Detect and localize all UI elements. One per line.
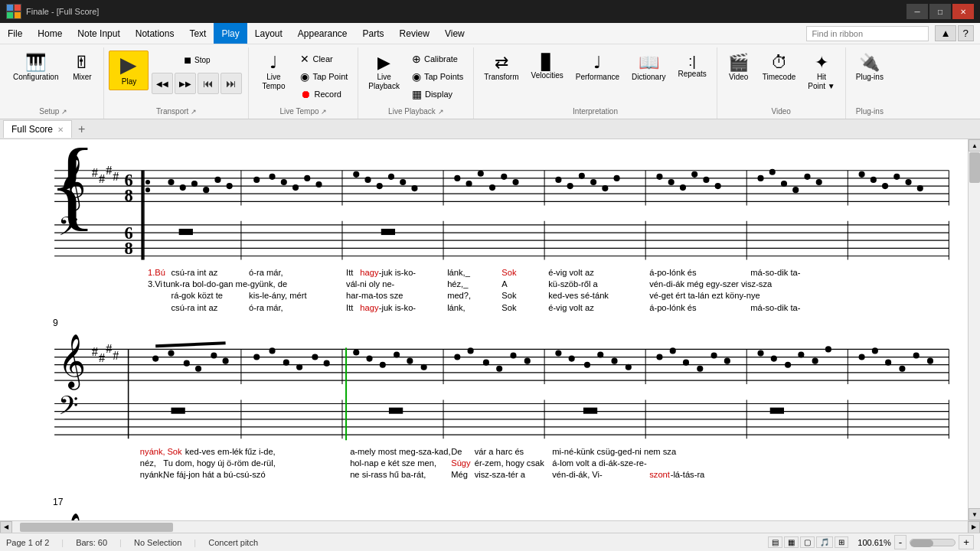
hit-point-label: HitPoint ▼: [808, 73, 835, 91]
svg-text:má-so-dik ta-: má-so-dik ta-: [750, 303, 800, 312]
video-button[interactable]: 🎬 Video: [722, 51, 756, 86]
score-tab-full-score[interactable]: Full Score ✕: [3, 120, 72, 138]
repeats-button[interactable]: :| Repeats: [672, 51, 711, 83]
svg-point-197: [670, 347, 676, 354]
ribbon-search-input[interactable]: [806, 26, 929, 41]
live-playback-expand-icon[interactable]: ↗: [438, 108, 444, 116]
svg-point-71: [579, 173, 585, 179]
svg-text:Ne fáj-jon hát a bú-csú-szó: Ne fáj-jon hát a bú-csú-szó: [163, 470, 265, 479]
velocities-button[interactable]: ▊ Velocities: [526, 51, 569, 84]
ribbon-content: 🎹 Configuration 🎚 Mixer Setup ↗: [0, 44, 980, 119]
display-button[interactable]: ▦ Display: [407, 86, 469, 103]
live-playback-button[interactable]: ▶ LivePlayback: [363, 51, 405, 95]
score-wrapper: Full Score ✕ +: [0, 119, 980, 551]
menu-text[interactable]: Text: [181, 23, 214, 44]
live-tempo-button[interactable]: ♩ LiveTempo: [253, 51, 293, 95]
close-button[interactable]: ✕: [952, 4, 974, 19]
system-3: 17 𝄞 # # # #: [53, 497, 949, 520]
svg-text:Sok: Sok: [501, 303, 517, 312]
ribbon-options-button[interactable]: ?: [958, 25, 974, 41]
h-scroll-thumb[interactable]: [20, 523, 173, 532]
svg-point-81: [757, 175, 763, 181]
menu-view[interactable]: View: [437, 23, 472, 44]
skip-fwd-button[interactable]: ⏭: [220, 73, 242, 94]
scroll-right-button[interactable]: ▶: [968, 521, 980, 533]
piano-icon: 🎹: [25, 54, 46, 71]
scroll-left-button[interactable]: ◀: [0, 521, 12, 533]
svg-point-75: [656, 174, 662, 180]
svg-point-166: [168, 350, 174, 356]
menu-play[interactable]: Play: [214, 23, 247, 44]
svg-text:Súgy: Súgy: [451, 458, 471, 468]
record-button[interactable]: ⏺ Record: [295, 86, 353, 103]
live-playback-content: ▶ LivePlayback ⊕ Calibrate ◉ Tap Points: [363, 47, 469, 106]
rewind-button[interactable]: ◀◀: [152, 73, 173, 94]
menu-appearance[interactable]: Appearance: [290, 23, 355, 44]
svg-text:ó-ra már,: ó-ra már,: [249, 303, 283, 312]
horizontal-scrollbar[interactable]: ◀ ▶: [0, 520, 980, 533]
vertical-scrollbar[interactable]: ▲ ▼: [968, 139, 980, 520]
configuration-button[interactable]: 🎹 Configuration: [8, 51, 64, 86]
menu-file[interactable]: File: [0, 23, 30, 44]
menu-home[interactable]: Home: [30, 23, 70, 44]
view-btn-3[interactable]: ▢: [800, 536, 815, 548]
zoom-out-button[interactable]: -: [894, 535, 906, 549]
maximize-button[interactable]: □: [929, 4, 951, 19]
view-btn-2[interactable]: ▦: [784, 536, 799, 548]
svg-point-84: [792, 187, 799, 193]
plugins-button[interactable]: 🔌 Plug-ins: [851, 51, 889, 86]
calibrate-label: Calibrate: [424, 54, 458, 64]
window-controls[interactable]: ─ □ ✕: [906, 4, 974, 19]
close-tab-icon[interactable]: ✕: [57, 126, 64, 134]
menu-layout[interactable]: Layout: [247, 23, 290, 44]
scroll-up-button[interactable]: ▲: [969, 139, 980, 152]
menu-note-input[interactable]: Note Input: [70, 23, 127, 44]
svg-point-59: [377, 183, 383, 189]
scroll-down-button[interactable]: ▼: [969, 508, 980, 520]
timecode-icon: ⏱: [771, 54, 788, 71]
hit-point-button[interactable]: ✦ HitPoint ▼: [802, 51, 840, 95]
dictionary-button[interactable]: 📖 Dictionary: [626, 51, 671, 86]
minimize-button[interactable]: ─: [906, 4, 928, 19]
live-tempo-expand-icon[interactable]: ↗: [321, 108, 327, 116]
svg-point-171: [253, 354, 260, 360]
performance-button[interactable]: ♩ Performance: [570, 51, 625, 86]
mixer-button[interactable]: 🎚 Mixer: [65, 51, 99, 86]
svg-text:hol-nap e két sze men,: hol-nap e két sze men,: [350, 458, 436, 468]
setup-expand-icon[interactable]: ↗: [61, 108, 67, 116]
view-btn-1[interactable]: ▤: [768, 536, 782, 548]
svg-text:tunk-ra bol-do-gan me-gyünk, d: tunk-ra bol-do-gan me-gyünk, de: [163, 279, 287, 289]
transform-button[interactable]: ⇄ Transform: [479, 51, 524, 86]
play-button[interactable]: ▶ Play: [109, 51, 149, 90]
selection-indicator: No Selection: [134, 538, 181, 547]
zoom-slider-thumb[interactable]: [910, 540, 933, 547]
skip-back-button[interactable]: ⏮: [198, 73, 219, 94]
treble-staff-1: { 𝄞 𝄢 # # # # 6 8 6: [48, 139, 949, 312]
calibrate-button[interactable]: ⊕ Calibrate: [407, 51, 469, 67]
timecode-button[interactable]: ⏱ Timecode: [757, 51, 802, 86]
system-2: 9 𝄞: [53, 318, 949, 479]
view-btn-5[interactable]: ⊞: [835, 536, 848, 548]
menu-notations[interactable]: Notations: [128, 23, 182, 44]
tap-points-button[interactable]: ◉ Tap Points: [407, 68, 469, 85]
svg-text:med?,: med?,: [447, 291, 471, 300]
repeats-label: Repeats: [678, 70, 706, 79]
menu-parts[interactable]: Parts: [355, 23, 392, 44]
stop-button[interactable]: ■ Stop: [150, 51, 243, 70]
svg-text:kü-szöb-ről a: kü-szöb-ről a: [548, 279, 598, 289]
view-btn-4[interactable]: 🎵: [816, 536, 833, 548]
transport-expand-icon[interactable]: ↗: [191, 108, 197, 116]
add-tab-button[interactable]: +: [74, 121, 90, 138]
menu-review[interactable]: Review: [392, 23, 437, 44]
svg-point-188: [510, 352, 516, 358]
svg-point-62: [411, 185, 417, 191]
clear-button[interactable]: ✕ Clear: [295, 51, 353, 67]
ribbon-expand-button[interactable]: ▲: [935, 25, 956, 41]
tap-point-button[interactable]: ◉ Tap Point: [295, 68, 353, 85]
svg-point-82: [769, 169, 776, 175]
scroll-thumb[interactable]: [969, 152, 980, 183]
fast-forward-button[interactable]: ▶▶: [175, 73, 196, 94]
transport-group-content: ▶ Play ■ Stop ◀◀ ▶▶ ⏮ ⏭: [109, 47, 243, 106]
svg-point-175: [312, 354, 318, 360]
zoom-in-button[interactable]: +: [959, 535, 974, 549]
